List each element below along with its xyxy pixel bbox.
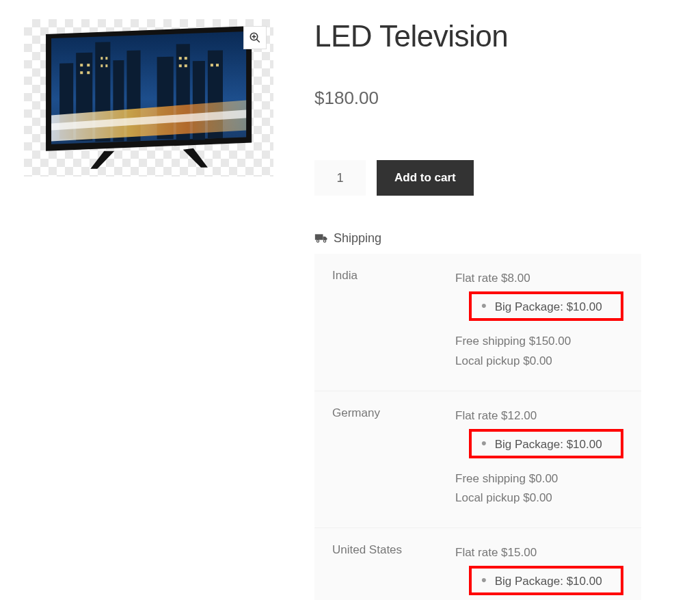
add-to-cart-row: Add to cart bbox=[314, 160, 676, 196]
svg-rect-22 bbox=[185, 64, 187, 67]
product-image-column bbox=[24, 19, 273, 600]
svg-rect-19 bbox=[179, 57, 182, 60]
tv-illustration bbox=[39, 26, 258, 170]
svg-marker-28 bbox=[183, 148, 208, 167]
quantity-stepper[interactable] bbox=[314, 160, 366, 196]
svg-rect-17 bbox=[100, 64, 103, 67]
svg-rect-23 bbox=[211, 64, 213, 66]
shipping-country: United States bbox=[332, 543, 455, 600]
free-shipping-line: Free shipping $0.00 bbox=[455, 469, 623, 489]
shipping-header: Shipping bbox=[314, 231, 676, 246]
product-price: $180.00 bbox=[314, 88, 676, 109]
product-image[interactable] bbox=[24, 19, 273, 177]
flat-rate-line: Flat rate $8.00 bbox=[455, 269, 623, 289]
shipping-table: India Flat rate $8.00 Big Package: $10.0… bbox=[314, 254, 641, 600]
price-amount: 180.00 bbox=[324, 88, 379, 108]
svg-rect-14 bbox=[87, 71, 90, 74]
shipping-row: United States Flat rate $15.00 Big Packa… bbox=[314, 528, 641, 600]
flat-rate-line: Flat rate $15.00 bbox=[455, 543, 623, 563]
highlighted-extra-fee: Big Package: $10.00 bbox=[469, 429, 623, 458]
zoom-icon[interactable] bbox=[243, 26, 267, 49]
highlighted-extra-fee: Big Package: $10.00 bbox=[469, 566, 623, 595]
svg-rect-20 bbox=[185, 57, 187, 60]
local-pickup-line: Local pickup $0.00 bbox=[455, 352, 623, 371]
shipping-row: Germany Flat rate $12.00 Big Package: $1… bbox=[314, 391, 641, 529]
flat-rate-line: Flat rate $12.00 bbox=[455, 406, 623, 426]
extra-fee-text: Big Package: $10.00 bbox=[495, 575, 602, 588]
free-shipping-line: Free shipping $150.00 bbox=[455, 332, 623, 352]
svg-rect-18 bbox=[105, 64, 107, 67]
svg-rect-12 bbox=[87, 64, 90, 66]
extra-fee-text: Big Package: $10.00 bbox=[495, 300, 602, 314]
svg-marker-27 bbox=[90, 151, 114, 168]
local-pickup-line: Local pickup $0.00 bbox=[455, 488, 623, 508]
svg-rect-15 bbox=[100, 57, 103, 60]
product-info-column: LED Television $180.00 Add to cart Shipp… bbox=[314, 19, 676, 600]
svg-rect-16 bbox=[105, 57, 107, 60]
svg-point-33 bbox=[317, 239, 319, 242]
product-title: LED Television bbox=[314, 19, 676, 53]
shipping-country: India bbox=[332, 269, 455, 371]
currency-symbol: $ bbox=[314, 88, 324, 108]
svg-rect-13 bbox=[80, 71, 83, 74]
add-to-cart-button[interactable]: Add to cart bbox=[377, 160, 474, 196]
svg-rect-24 bbox=[216, 64, 219, 66]
truck-icon bbox=[314, 232, 328, 246]
shipping-label: Shipping bbox=[334, 231, 381, 246]
shipping-country: Germany bbox=[332, 406, 455, 509]
svg-rect-21 bbox=[179, 64, 182, 67]
svg-point-34 bbox=[323, 239, 325, 242]
extra-fee-text: Big Package: $10.00 bbox=[495, 438, 602, 452]
svg-rect-11 bbox=[80, 64, 83, 66]
highlighted-extra-fee: Big Package: $10.00 bbox=[469, 291, 623, 321]
svg-line-30 bbox=[256, 39, 260, 42]
shipping-row: India Flat rate $8.00 Big Package: $10.0… bbox=[314, 254, 641, 391]
